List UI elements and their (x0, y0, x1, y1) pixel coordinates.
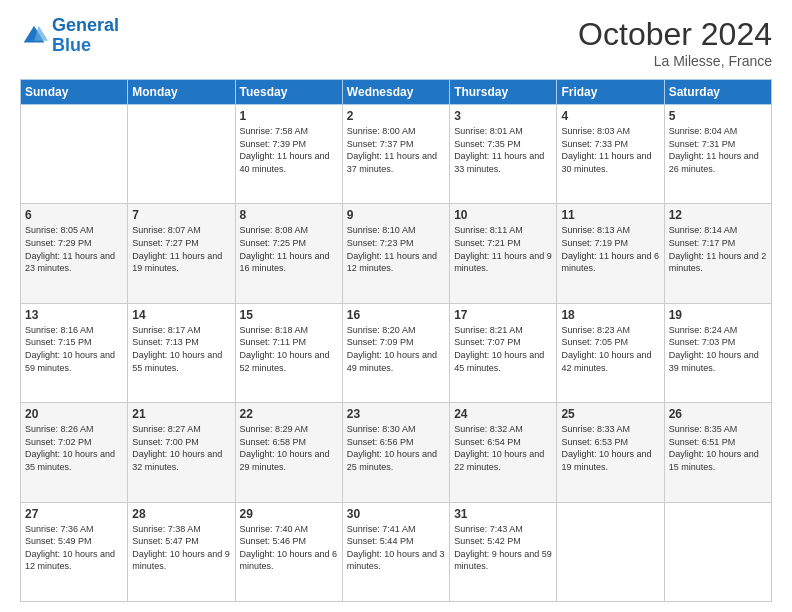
header-row: Sunday Monday Tuesday Wednesday Thursday… (21, 80, 772, 105)
calendar-cell (21, 105, 128, 204)
sunset-text: Sunset: 6:54 PM (454, 436, 552, 449)
sunrise-text: Sunrise: 8:24 AM (669, 324, 767, 337)
calendar-cell: 31Sunrise: 7:43 AMSunset: 5:42 PMDayligh… (450, 502, 557, 601)
daylight-text: Daylight: 10 hours and 55 minutes. (132, 349, 230, 374)
header: General Blue October 2024 La Milesse, Fr… (20, 16, 772, 69)
sunset-text: Sunset: 7:19 PM (561, 237, 659, 250)
daylight-text: Daylight: 10 hours and 9 minutes. (132, 548, 230, 573)
calendar-week-3: 13Sunrise: 8:16 AMSunset: 7:15 PMDayligh… (21, 303, 772, 402)
day-info: Sunrise: 8:13 AMSunset: 7:19 PMDaylight:… (561, 224, 659, 274)
sunset-text: Sunset: 7:15 PM (25, 336, 123, 349)
day-info: Sunrise: 7:36 AMSunset: 5:49 PMDaylight:… (25, 523, 123, 573)
day-number: 7 (132, 208, 230, 222)
sunrise-text: Sunrise: 8:27 AM (132, 423, 230, 436)
month-title: October 2024 (578, 16, 772, 53)
calendar-cell: 16Sunrise: 8:20 AMSunset: 7:09 PMDayligh… (342, 303, 449, 402)
day-info: Sunrise: 8:17 AMSunset: 7:13 PMDaylight:… (132, 324, 230, 374)
day-number: 4 (561, 109, 659, 123)
calendar-cell: 27Sunrise: 7:36 AMSunset: 5:49 PMDayligh… (21, 502, 128, 601)
calendar-cell: 20Sunrise: 8:26 AMSunset: 7:02 PMDayligh… (21, 403, 128, 502)
sunset-text: Sunset: 7:00 PM (132, 436, 230, 449)
logo: General Blue (20, 16, 119, 56)
daylight-text: Daylight: 10 hours and 25 minutes. (347, 448, 445, 473)
daylight-text: Daylight: 10 hours and 15 minutes. (669, 448, 767, 473)
sunset-text: Sunset: 5:49 PM (25, 535, 123, 548)
daylight-text: Daylight: 11 hours and 26 minutes. (669, 150, 767, 175)
sunrise-text: Sunrise: 8:35 AM (669, 423, 767, 436)
col-friday: Friday (557, 80, 664, 105)
calendar-cell: 23Sunrise: 8:30 AMSunset: 6:56 PMDayligh… (342, 403, 449, 502)
sunrise-text: Sunrise: 8:07 AM (132, 224, 230, 237)
day-info: Sunrise: 7:38 AMSunset: 5:47 PMDaylight:… (132, 523, 230, 573)
sunrise-text: Sunrise: 8:13 AM (561, 224, 659, 237)
calendar-cell: 11Sunrise: 8:13 AMSunset: 7:19 PMDayligh… (557, 204, 664, 303)
daylight-text: Daylight: 10 hours and 12 minutes. (25, 548, 123, 573)
calendar-cell: 22Sunrise: 8:29 AMSunset: 6:58 PMDayligh… (235, 403, 342, 502)
calendar-cell: 15Sunrise: 8:18 AMSunset: 7:11 PMDayligh… (235, 303, 342, 402)
day-number: 3 (454, 109, 552, 123)
daylight-text: Daylight: 10 hours and 42 minutes. (561, 349, 659, 374)
day-info: Sunrise: 8:05 AMSunset: 7:29 PMDaylight:… (25, 224, 123, 274)
day-number: 6 (25, 208, 123, 222)
calendar-week-2: 6Sunrise: 8:05 AMSunset: 7:29 PMDaylight… (21, 204, 772, 303)
calendar-cell (557, 502, 664, 601)
day-info: Sunrise: 8:20 AMSunset: 7:09 PMDaylight:… (347, 324, 445, 374)
calendar-cell: 7Sunrise: 8:07 AMSunset: 7:27 PMDaylight… (128, 204, 235, 303)
day-info: Sunrise: 8:30 AMSunset: 6:56 PMDaylight:… (347, 423, 445, 473)
sunset-text: Sunset: 6:56 PM (347, 436, 445, 449)
day-info: Sunrise: 8:04 AMSunset: 7:31 PMDaylight:… (669, 125, 767, 175)
sunrise-text: Sunrise: 7:58 AM (240, 125, 338, 138)
day-number: 23 (347, 407, 445, 421)
daylight-text: Daylight: 10 hours and 29 minutes. (240, 448, 338, 473)
daylight-text: Daylight: 9 hours and 59 minutes. (454, 548, 552, 573)
calendar-week-5: 27Sunrise: 7:36 AMSunset: 5:49 PMDayligh… (21, 502, 772, 601)
day-number: 19 (669, 308, 767, 322)
calendar-cell: 14Sunrise: 8:17 AMSunset: 7:13 PMDayligh… (128, 303, 235, 402)
day-info: Sunrise: 8:26 AMSunset: 7:02 PMDaylight:… (25, 423, 123, 473)
day-number: 28 (132, 507, 230, 521)
sunset-text: Sunset: 7:29 PM (25, 237, 123, 250)
col-wednesday: Wednesday (342, 80, 449, 105)
day-info: Sunrise: 8:01 AMSunset: 7:35 PMDaylight:… (454, 125, 552, 175)
daylight-text: Daylight: 10 hours and 19 minutes. (561, 448, 659, 473)
daylight-text: Daylight: 11 hours and 6 minutes. (561, 250, 659, 275)
logo-blue: Blue (52, 36, 119, 56)
calendar-cell: 29Sunrise: 7:40 AMSunset: 5:46 PMDayligh… (235, 502, 342, 601)
sunrise-text: Sunrise: 8:11 AM (454, 224, 552, 237)
calendar-cell: 24Sunrise: 8:32 AMSunset: 6:54 PMDayligh… (450, 403, 557, 502)
day-info: Sunrise: 8:33 AMSunset: 6:53 PMDaylight:… (561, 423, 659, 473)
daylight-text: Daylight: 10 hours and 49 minutes. (347, 349, 445, 374)
day-number: 1 (240, 109, 338, 123)
sunset-text: Sunset: 7:05 PM (561, 336, 659, 349)
day-info: Sunrise: 8:03 AMSunset: 7:33 PMDaylight:… (561, 125, 659, 175)
day-info: Sunrise: 7:58 AMSunset: 7:39 PMDaylight:… (240, 125, 338, 175)
day-info: Sunrise: 7:43 AMSunset: 5:42 PMDaylight:… (454, 523, 552, 573)
sunset-text: Sunset: 7:23 PM (347, 237, 445, 250)
sunset-text: Sunset: 7:35 PM (454, 138, 552, 151)
calendar-cell: 9Sunrise: 8:10 AMSunset: 7:23 PMDaylight… (342, 204, 449, 303)
sunset-text: Sunset: 6:53 PM (561, 436, 659, 449)
day-number: 16 (347, 308, 445, 322)
day-number: 9 (347, 208, 445, 222)
day-number: 2 (347, 109, 445, 123)
day-info: Sunrise: 8:24 AMSunset: 7:03 PMDaylight:… (669, 324, 767, 374)
calendar-cell: 28Sunrise: 7:38 AMSunset: 5:47 PMDayligh… (128, 502, 235, 601)
sunset-text: Sunset: 7:17 PM (669, 237, 767, 250)
page: General Blue October 2024 La Milesse, Fr… (0, 0, 792, 612)
logo-general: General (52, 15, 119, 35)
daylight-text: Daylight: 10 hours and 45 minutes. (454, 349, 552, 374)
calendar-cell: 17Sunrise: 8:21 AMSunset: 7:07 PMDayligh… (450, 303, 557, 402)
day-number: 5 (669, 109, 767, 123)
day-number: 13 (25, 308, 123, 322)
col-monday: Monday (128, 80, 235, 105)
day-info: Sunrise: 8:35 AMSunset: 6:51 PMDaylight:… (669, 423, 767, 473)
sunrise-text: Sunrise: 8:01 AM (454, 125, 552, 138)
sunrise-text: Sunrise: 8:05 AM (25, 224, 123, 237)
sunset-text: Sunset: 7:02 PM (25, 436, 123, 449)
sunset-text: Sunset: 7:39 PM (240, 138, 338, 151)
calendar-cell: 12Sunrise: 8:14 AMSunset: 7:17 PMDayligh… (664, 204, 771, 303)
calendar-cell: 19Sunrise: 8:24 AMSunset: 7:03 PMDayligh… (664, 303, 771, 402)
calendar-week-4: 20Sunrise: 8:26 AMSunset: 7:02 PMDayligh… (21, 403, 772, 502)
sunset-text: Sunset: 6:51 PM (669, 436, 767, 449)
calendar-cell: 25Sunrise: 8:33 AMSunset: 6:53 PMDayligh… (557, 403, 664, 502)
